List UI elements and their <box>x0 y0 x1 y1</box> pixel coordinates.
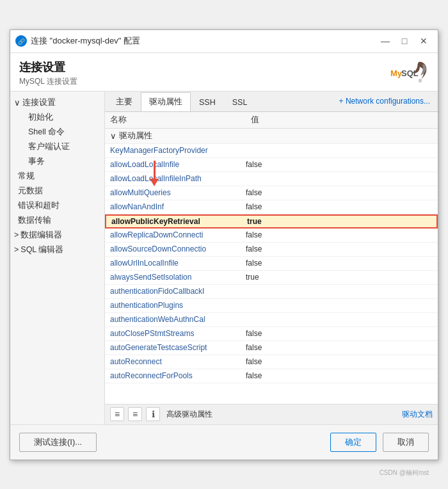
prop-name: authenticationFidoCallbackI <box>110 287 246 296</box>
list-icon: ≡ <box>132 409 138 419</box>
prop-name: autoClosePStmtStreams <box>110 329 246 338</box>
info-icon: ℹ <box>152 409 155 419</box>
table-row[interactable]: allowUrlInLocalInfilefalse <box>105 257 438 271</box>
arrow-indicator <box>150 161 159 186</box>
prop-value: true <box>246 273 433 282</box>
prop-name: allowUrlInLocalInfile <box>110 259 246 268</box>
driver-docs-link[interactable]: 驱动文档 <box>402 409 433 420</box>
table-row[interactable]: allowSourceDownConnectiofalse <box>105 243 438 257</box>
test-connection-button[interactable]: 测试连接(I)... <box>19 433 97 452</box>
prop-name: allowMultiQueries <box>110 188 246 197</box>
prop-name: alwaysSendSetIsolation <box>110 273 246 282</box>
prop-name: allowLoadLocalInfile <box>110 160 246 169</box>
prop-name: allowLoadLocalInfileInPath <box>110 174 246 183</box>
category-arrow-icon: ∨ <box>110 131 116 141</box>
prop-name: authenticationPlugins <box>110 301 246 310</box>
ok-button[interactable]: 确定 <box>330 433 376 452</box>
table-row[interactable]: autoClosePStmtStreamsfalse <box>105 327 438 341</box>
arrow-head <box>150 179 159 186</box>
sidebar-subsection: 初始化 Shell 命令 客户端认证 事务 <box>10 110 104 169</box>
maximize-button[interactable]: □ <box>396 33 413 49</box>
sidebar-item-transfer[interactable]: 数据传输 <box>10 213 104 228</box>
network-configs-link[interactable]: + Network configurations... <box>334 97 435 106</box>
watermark: CSDN @楠柯mst <box>380 469 429 477</box>
sidebar-item-general[interactable]: 常规 <box>10 169 104 184</box>
prop-value: false <box>246 357 433 366</box>
table-row[interactable]: autoReconnectForPoolsfalse <box>105 369 438 383</box>
table-header: 名称 值 <box>105 112 438 129</box>
sidebar-category-connection[interactable]: ∨ 连接设置 <box>10 95 104 110</box>
close-button[interactable]: ✕ <box>415 33 433 49</box>
table-row[interactable]: autoReconnectfalse <box>105 355 438 369</box>
prop-name: autoReconnectForPools <box>110 371 246 380</box>
category-label: 驱动属性 <box>119 131 152 141</box>
arrow-line <box>154 161 156 179</box>
prop-value: false <box>246 259 433 268</box>
tab-main[interactable]: 主要 <box>108 92 141 111</box>
table-row[interactable]: allowReplicaDownConnectifalse <box>105 228 438 243</box>
mysql-logo: My SQL ® <box>390 60 429 84</box>
title-bar: 🔗 连接 "docker-mysql-dev" 配置 — □ ✕ <box>10 30 438 53</box>
table-row[interactable]: alwaysSendSetIsolationtrue <box>105 271 438 285</box>
arrow-icon: ∨ <box>14 98 20 108</box>
table-row[interactable]: authenticationFidoCallbackI <box>105 285 438 299</box>
toolbar-label: 高级驱动属性 <box>166 409 212 420</box>
sidebar: ∨ 连接设置 初始化 Shell 命令 客户端认证 事务 常规 元数据 错误和超… <box>10 92 105 424</box>
sidebar-item-client-auth[interactable]: 客户端认证 <box>20 140 104 154</box>
sidebar-item-metadata[interactable]: 元数据 <box>10 184 104 198</box>
prop-value: false <box>246 202 433 211</box>
prop-name: allowNanAndInf <box>110 202 246 211</box>
prop-value: false <box>246 188 433 197</box>
toolbar-settings-icon[interactable]: ≡ <box>110 407 124 421</box>
table-row[interactable]: authenticationWebAuthnCal <box>105 313 438 327</box>
bottom-toolbar: ≡ ≡ ℹ 高级驱动属性 驱动文档 <box>105 404 438 424</box>
svg-text:®: ® <box>419 79 422 83</box>
main-window: 🔗 连接 "docker-mysql-dev" 配置 — □ ✕ 连接设置 My… <box>10 29 438 460</box>
tab-driver-props[interactable]: 驱动属性 <box>141 92 191 111</box>
prop-value: false <box>246 160 433 169</box>
sidebar-item-shell[interactable]: Shell 命令 <box>20 125 104 140</box>
prop-value: true <box>247 217 431 226</box>
prop-value: false <box>246 329 433 338</box>
tab-ssl[interactable]: SSL <box>224 93 256 111</box>
sidebar-category-data-editor[interactable]: > 数据编辑器 <box>10 228 104 243</box>
category-row-driver[interactable]: ∨ 驱动属性 <box>105 129 438 144</box>
tab-ssh[interactable]: SSH <box>191 93 224 111</box>
prop-value: false <box>246 230 433 239</box>
sidebar-item-init[interactable]: 初始化 <box>20 110 104 125</box>
col-name-header: 名称 <box>110 115 251 125</box>
tab-bar: 主要 驱动属性 SSH SSL + Network configurations… <box>105 92 438 112</box>
chevron-right-icon-data: > <box>14 230 19 239</box>
sidebar-item-errors[interactable]: 错误和超时 <box>10 198 104 213</box>
table-row[interactable]: autoGenerateTestcaseScriptfalse <box>105 341 438 355</box>
table-row[interactable]: allowPublicKeyRetrievaltrue <box>105 214 438 228</box>
app-icon: 🔗 <box>15 35 27 47</box>
header-section: 连接设置 MySQL 连接设置 My SQL ® <box>10 53 438 92</box>
prop-name: KeyManagerFactoryProvider <box>110 146 246 155</box>
table-row[interactable]: authenticationPlugins <box>105 299 438 313</box>
prop-value: false <box>246 371 433 380</box>
table-row[interactable]: allowNanAndInffalse <box>105 200 438 214</box>
toolbar-info-icon[interactable]: ℹ <box>146 407 160 421</box>
prop-value: false <box>246 343 433 352</box>
prop-name: autoReconnect <box>110 357 246 366</box>
sidebar-category-sql-editor[interactable]: > SQL 编辑器 <box>10 243 104 257</box>
sidebar-item-transaction[interactable]: 事务 <box>20 154 104 169</box>
svg-text:SQL: SQL <box>401 68 419 78</box>
prop-name: authenticationWebAuthnCal <box>110 315 246 324</box>
prop-name: allowPublicKeyRetrieval <box>111 217 247 226</box>
table-row[interactable]: KeyManagerFactoryProvider <box>105 144 438 158</box>
cancel-button[interactable]: 取消 <box>383 433 429 452</box>
table-row[interactable]: allowMultiQueriesfalse <box>105 186 438 200</box>
header-title: 连接设置 <box>19 60 77 75</box>
settings-icon: ≡ <box>115 409 120 419</box>
toolbar-list-icon[interactable]: ≡ <box>128 407 142 421</box>
minimize-button[interactable]: — <box>376 33 394 49</box>
prop-name: autoGenerateTestcaseScript <box>110 343 246 352</box>
col-value-header: 值 <box>251 115 425 125</box>
prop-value: false <box>246 245 433 253</box>
prop-name: allowSourceDownConnectio <box>110 245 246 253</box>
content-area: ∨ 连接设置 初始化 Shell 命令 客户端认证 事务 常规 元数据 错误和超… <box>10 92 438 424</box>
window-controls: — □ ✕ <box>376 33 433 49</box>
header-subtitle: MySQL 连接设置 <box>19 76 77 87</box>
